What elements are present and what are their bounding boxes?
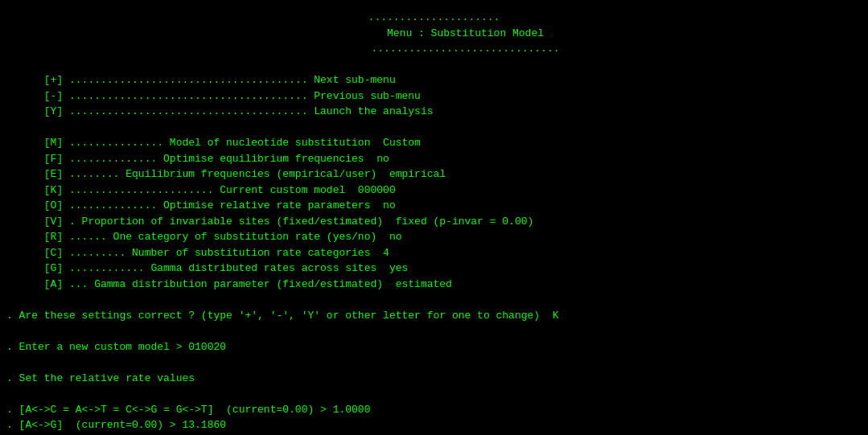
blank-line-3 [6, 292, 862, 308]
setting-g: [G] ............ Gamma distributed rates… [6, 261, 862, 277]
terminal-window: ..................... Menu : Substitutio… [0, 6, 868, 429]
blank-line-4 [6, 323, 862, 339]
setting-v: [V] . Proportion of invariable sites (fi… [6, 214, 862, 230]
menu-launch: [Y] ....................................… [6, 104, 862, 120]
setting-f: [F] .............. Optimise equilibrium … [6, 151, 862, 167]
title-dots: .............................. [6, 41, 862, 57]
setting-a: [A] ... Gamma distribution parameter (fi… [6, 277, 862, 293]
custom-model-input-line: . Enter a new custom model > 010020 [6, 339, 862, 355]
blank-line-6 [6, 386, 862, 402]
set-rates-label: . Set the relative rate values [6, 371, 862, 387]
blank-line-5 [6, 355, 862, 371]
menu-title: Menu : Substitution Model [6, 26, 862, 42]
settings-prompt: . Are these settings correct ? (type '+'… [6, 308, 862, 324]
rate-line-2: . [A<->G] (current=0.00) > 13.1860 [6, 417, 862, 433]
top-dots: ..................... [6, 10, 862, 26]
menu-next: [+] ....................................… [6, 72, 862, 88]
setting-m: [M] ............... Model of nucleotide … [6, 135, 862, 151]
setting-o: [O] .............. Optimise relative rat… [6, 198, 862, 214]
setting-e: [E] ........ Equilibrium frequencies (em… [6, 166, 862, 183]
setting-c: [C] ......... Number of substitution rat… [6, 245, 862, 261]
setting-k: [K] ....................... Current cust… [6, 183, 862, 199]
setting-r: [R] ...... One category of substitution … [6, 229, 862, 245]
menu-prev: [-] ....................................… [6, 88, 862, 105]
blank-line-2 [6, 120, 862, 136]
rate-line-1: . [A<->C = A<->T = C<->G = G<->T] (curre… [6, 402, 862, 418]
blank-line-1 [6, 57, 862, 73]
